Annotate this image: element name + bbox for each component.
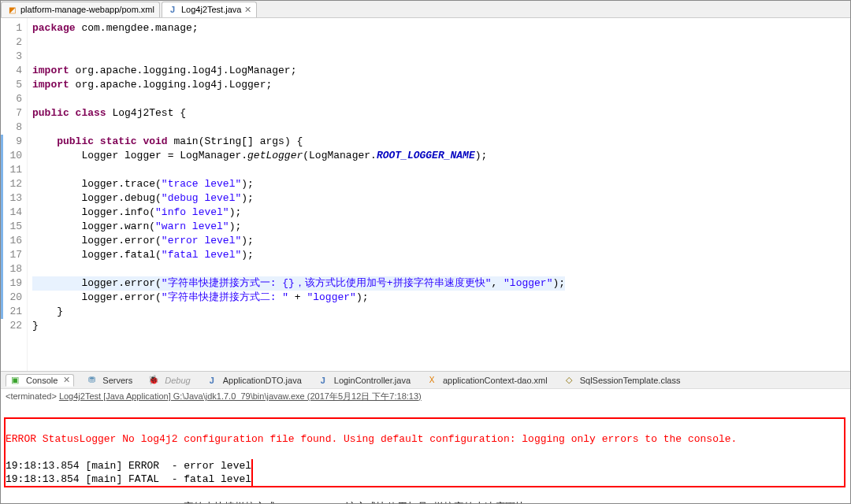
xml-file-icon: ◩ xyxy=(6,4,17,15)
code-line[interactable]: logger.error("error level"); xyxy=(32,234,565,248)
code-line[interactable]: logger.fatal("fatal level"); xyxy=(32,248,565,262)
line-number: 21 xyxy=(1,305,22,319)
terminated-label: <terminated> xyxy=(6,391,59,401)
line-number: 1 xyxy=(1,21,22,35)
line-number: 20 xyxy=(1,291,22,305)
line-number: 3 xyxy=(1,50,22,64)
line-number: 5 xyxy=(1,78,22,92)
tab-label: Debug xyxy=(165,376,190,385)
tab-debug[interactable]: 🐞 Debug xyxy=(144,374,194,387)
tab-application-dto[interactable]: J ApplicationDTO.java xyxy=(203,374,306,387)
line-number: 4 xyxy=(1,64,22,78)
tab-servers[interactable]: ⛃ Servers xyxy=(82,374,136,387)
tab-label: applicationContext-dao.xml xyxy=(443,376,548,385)
line-number: 12 xyxy=(1,177,22,191)
code-line[interactable]: public class Log4j2Test { xyxy=(32,106,565,120)
process-link[interactable]: Log4j2Test [Java Application] G:\Java\jd… xyxy=(59,391,422,401)
code-line[interactable] xyxy=(32,92,565,106)
servers-icon: ⛃ xyxy=(86,375,97,386)
tab-log4j2test[interactable]: J Log4j2Test.java ✕ xyxy=(162,2,257,17)
code-line[interactable]: package com.mengdee.manage; xyxy=(32,21,565,35)
tab-pom[interactable]: ◩ platform-manage-webapp/pom.xml xyxy=(1,2,160,17)
code-line[interactable] xyxy=(32,120,565,135)
tab-label: Log4j2Test.java xyxy=(181,5,241,14)
line-number: 10 xyxy=(1,149,22,163)
code-line[interactable]: logger.debug("debug level"); xyxy=(32,191,565,206)
tab-label: Console xyxy=(26,376,58,385)
line-number: 8 xyxy=(1,120,22,135)
tab-label: ApplicationDTO.java xyxy=(223,376,302,385)
console-line: 19:18:13.854 [main] ERROR - error level xyxy=(6,460,251,472)
java-file-icon: J xyxy=(318,375,329,386)
line-number: 17 xyxy=(1,248,22,262)
line-number: 7 xyxy=(1,106,22,120)
console-icon: ▣ xyxy=(9,375,20,386)
code-line[interactable] xyxy=(32,163,565,177)
console-line: 19:18:13.854 [main] FATAL - fatal level xyxy=(6,473,251,485)
tab-console[interactable]: ▣ Console ✕ xyxy=(6,374,74,387)
line-number: 9 xyxy=(1,135,22,149)
code-line[interactable] xyxy=(32,35,565,50)
console-output[interactable]: ERROR StatusLogger No log4j2 configurati… xyxy=(1,404,850,504)
code-line[interactable]: } xyxy=(32,305,565,319)
tab-label: platform-manage-webapp/pom.xml xyxy=(20,5,154,14)
console-process-info: <terminated> Log4j2Test [Java Applicatio… xyxy=(1,388,850,404)
debug-icon: 🐞 xyxy=(148,375,159,386)
tab-label: Servers xyxy=(102,376,132,385)
bottom-view-tab-bar: ▣ Console ✕ ⛃ Servers 🐞 Debug J Applicat… xyxy=(1,371,850,388)
code-area[interactable]: package com.mengdee.manage; import org.a… xyxy=(28,18,565,371)
code-line[interactable]: import org.apache.logging.log4j.LogManag… xyxy=(32,64,565,78)
code-line[interactable]: logger.info("info level"); xyxy=(32,206,565,220)
code-line[interactable] xyxy=(32,262,565,276)
line-number: 16 xyxy=(1,234,22,248)
code-line[interactable]: } xyxy=(32,319,565,333)
code-line[interactable]: logger.error("字符串快捷拼接方式二: " + "logger"); xyxy=(32,291,565,305)
tab-login-controller[interactable]: J LoginController.java xyxy=(314,374,414,387)
tab-label: LoginController.java xyxy=(334,376,411,385)
line-number: 22 xyxy=(1,319,22,333)
code-line[interactable]: import org.apache.logging.log4j.Logger; xyxy=(32,78,565,92)
class-file-icon: ◇ xyxy=(563,375,574,386)
line-number: 13 xyxy=(1,191,22,206)
code-editor[interactable]: 12345678910111213141516171819202122 pack… xyxy=(1,18,850,371)
tab-sqlsessiontemplate[interactable]: ◇ SqlSessionTemplate.class xyxy=(559,374,685,387)
line-number: 18 xyxy=(1,262,22,276)
tab-label: SqlSessionTemplate.class xyxy=(580,376,681,385)
code-line[interactable]: logger.error("字符串快捷拼接方式一: {}，该方式比使用加号+拼接… xyxy=(32,276,565,291)
code-line[interactable] xyxy=(32,50,565,64)
line-number: 2 xyxy=(1,35,22,50)
code-line[interactable]: logger.trace("trace level"); xyxy=(32,177,565,191)
java-file-icon: J xyxy=(167,4,178,15)
editor-tab-bar: ◩ platform-manage-webapp/pom.xml J Log4j… xyxy=(1,1,850,18)
line-number-gutter: 12345678910111213141516171819202122 xyxy=(1,18,28,371)
code-line[interactable]: Logger logger = LogManager.getLogger(Log… xyxy=(32,149,565,163)
java-file-icon: J xyxy=(206,375,217,386)
line-number: 15 xyxy=(1,220,22,234)
close-icon[interactable]: ✕ xyxy=(244,5,251,15)
line-number: 6 xyxy=(1,92,22,106)
code-line[interactable]: public static void main(String[] args) { xyxy=(32,135,565,149)
xml-file-icon: X xyxy=(426,375,437,386)
close-icon[interactable]: ✕ xyxy=(63,375,70,385)
tab-appcontext-dao[interactable]: X applicationContext-dao.xml xyxy=(422,374,552,387)
line-number: 11 xyxy=(1,163,22,177)
line-number: 19 xyxy=(1,276,22,291)
line-number: 14 xyxy=(1,206,22,220)
console-error-line: ERROR StatusLogger No log4j2 configurati… xyxy=(6,432,844,446)
code-line[interactable]: logger.warn("warn level"); xyxy=(32,220,565,234)
